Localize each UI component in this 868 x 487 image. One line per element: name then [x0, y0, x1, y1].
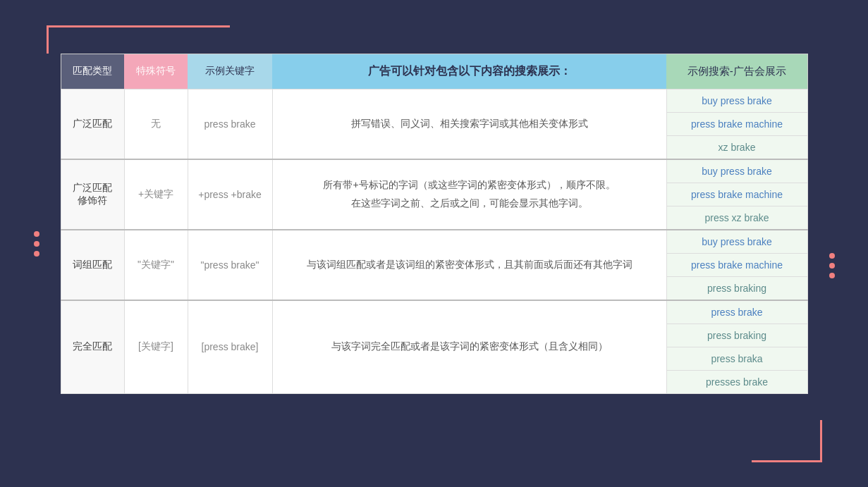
dots-left — [34, 231, 39, 257]
dot — [34, 241, 39, 247]
page-container: 匹配类型 特殊符号 示例关键字 广告可以针对包含以下内容的搜索展示： 示例搜索-… — [47, 25, 822, 462]
header-type: 匹配类型 — [61, 54, 124, 89]
dot — [829, 273, 835, 278]
header-example: 示例搜索-广告会展示 — [666, 54, 807, 89]
dot — [34, 231, 39, 237]
example-broad-mod-1: buy press brake — [666, 159, 807, 183]
desc-exact: 与该字词完全匹配或者是该字词的紧密变体形式（且含义相同） — [272, 300, 666, 394]
keyword-broad: press brake — [188, 89, 272, 159]
symbol-broad-mod: +关键字 — [124, 159, 188, 230]
dot — [829, 253, 835, 259]
symbol-phrase: "关键字" — [124, 230, 188, 300]
match-type-broad: 广泛匹配 — [61, 89, 124, 159]
match-type-exact: 完全匹配 — [61, 300, 124, 394]
table-row: 广泛匹配 无 press brake 拼写错误、同义词、相关搜索字词或其他相关变… — [61, 89, 807, 112]
desc-broad-mod: 所有带+号标记的字词（或这些字词的紧密变体形式），顺序不限。在这些字词之前、之后… — [272, 159, 666, 230]
example-exact-3: press braka — [666, 347, 807, 370]
header-row: 匹配类型 特殊符号 示例关键字 广告可以针对包含以下内容的搜索展示： 示例搜索-… — [61, 54, 807, 89]
header-symbol: 特殊符号 — [124, 54, 188, 89]
corner-decoration-tl — [47, 25, 230, 54]
example-broad-mod-2: press brake machine — [666, 183, 807, 206]
example-phrase-3: press braking — [666, 276, 807, 300]
example-broad-mod-3: press xz brake — [666, 206, 807, 230]
example-broad-1: buy press brake — [666, 89, 807, 112]
example-broad-2: press brake machine — [666, 112, 807, 135]
main-table: 匹配类型 特殊符号 示例关键字 广告可以针对包含以下内容的搜索展示： 示例搜索-… — [61, 54, 808, 394]
symbol-exact: [关键字] — [124, 300, 188, 394]
desc-broad: 拼写错误、同义词、相关搜索字词或其他相关变体形式 — [272, 89, 666, 159]
keyword-phrase: "press brake" — [188, 230, 272, 300]
header-desc: 广告可以针对包含以下内容的搜索展示： — [272, 54, 666, 89]
match-type-phrase: 词组匹配 — [61, 230, 124, 300]
example-exact-4: presses brake — [666, 370, 807, 393]
table-row: 词组匹配 "关键字" "press brake" 与该词组匹配或者是该词组的紧密… — [61, 230, 807, 254]
example-exact-1: press brake — [666, 300, 807, 324]
table-wrapper: 匹配类型 特殊符号 示例关键字 广告可以针对包含以下内容的搜索展示： 示例搜索-… — [61, 54, 808, 441]
example-broad-3: xz brake — [666, 135, 807, 159]
keyword-exact: [press brake] — [188, 300, 272, 394]
symbol-broad: 无 — [124, 89, 188, 159]
example-phrase-2: press brake machine — [666, 253, 807, 276]
example-phrase-1: buy press brake — [666, 230, 807, 254]
table-row: 广泛匹配修饰符 +关键字 +press +brake 所有带+号标记的字词（或这… — [61, 159, 807, 183]
table-row: 完全匹配 [关键字] [press brake] 与该字词完全匹配或者是该字词的… — [61, 300, 807, 324]
example-exact-2: press braking — [666, 323, 807, 347]
dot — [34, 251, 39, 257]
dots-right — [829, 253, 835, 278]
match-type-broad-mod: 广泛匹配修饰符 — [61, 159, 124, 230]
dot — [829, 263, 835, 269]
keyword-broad-mod: +press +brake — [188, 159, 272, 230]
header-keyword: 示例关键字 — [188, 54, 272, 89]
desc-phrase: 与该词组匹配或者是该词组的紧密变体形式，且其前面或后面还有其他字词 — [272, 230, 666, 300]
